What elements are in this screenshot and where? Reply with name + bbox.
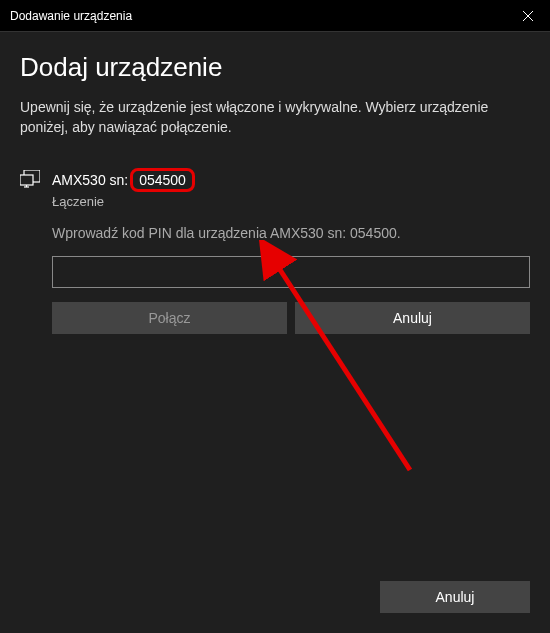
pin-button-row: Połącz Anuluj bbox=[52, 302, 530, 334]
window-title: Dodawanie urządzenia bbox=[10, 9, 132, 23]
device-name: AMX530 sn: 054500 bbox=[52, 168, 195, 192]
pin-input[interactable] bbox=[52, 256, 530, 288]
pin-instruction: Wprowadź kod PIN dla urządzenia AMX530 s… bbox=[52, 225, 530, 241]
pin-section: Wprowadź kod PIN dla urządzenia AMX530 s… bbox=[20, 225, 530, 334]
titlebar: Dodawanie urządzenia bbox=[0, 0, 550, 32]
close-button[interactable] bbox=[505, 0, 550, 32]
device-icon bbox=[20, 170, 40, 192]
device-name-prefix: AMX530 sn: bbox=[52, 172, 128, 188]
serial-highlight-annotation: 054500 bbox=[130, 168, 195, 192]
svg-rect-3 bbox=[20, 175, 33, 185]
device-info: AMX530 sn: 054500 Łączenie bbox=[52, 168, 530, 209]
connect-button[interactable]: Połącz bbox=[52, 302, 287, 334]
cancel-button[interactable]: Anuluj bbox=[380, 581, 530, 613]
page-heading: Dodaj urządzenie bbox=[20, 52, 530, 83]
dialog-footer: Anuluj bbox=[380, 581, 530, 613]
device-status: Łączenie bbox=[52, 194, 530, 209]
device-item[interactable]: AMX530 sn: 054500 Łączenie bbox=[20, 162, 530, 217]
dialog-content: Dodaj urządzenie Upewnij się, że urządze… bbox=[0, 32, 550, 334]
cancel-pin-button[interactable]: Anuluj bbox=[295, 302, 530, 334]
close-icon bbox=[523, 11, 533, 21]
page-subheading: Upewnij się, że urządzenie jest włączone… bbox=[20, 98, 530, 137]
